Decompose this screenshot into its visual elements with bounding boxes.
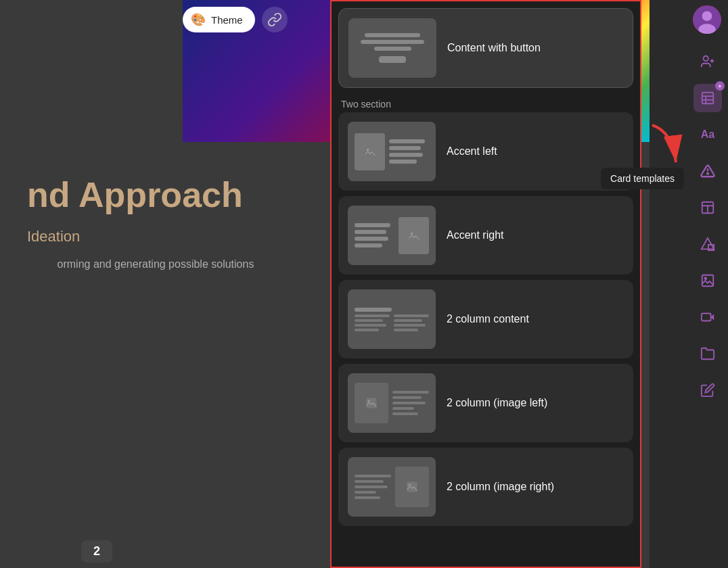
template-item-accent-left[interactable]: Accent left — [338, 112, 633, 191]
alert-icon-btn[interactable] — [693, 157, 722, 185]
red-arrow — [645, 118, 686, 175]
link-button[interactable] — [262, 7, 288, 32]
svg-rect-14 — [702, 93, 714, 104]
preview-img-placeholder — [355, 133, 385, 170]
preview-img-placeholder-right — [399, 217, 429, 254]
template-preview-2col-content — [348, 289, 436, 349]
svg-point-8 — [368, 400, 370, 402]
top-toolbar: 🎨 Theme — [183, 7, 288, 32]
image-icon-btn[interactable] — [693, 266, 722, 295]
slide-title: nd Approach — [27, 176, 284, 214]
template-preview-accent-right — [348, 206, 436, 265]
user-avatar[interactable] — [693, 5, 721, 34]
template-item-content-with-button[interactable]: Content with button — [338, 8, 633, 88]
template-item-2col-content[interactable]: 2 column content — [338, 280, 633, 358]
svg-rect-25 — [702, 275, 714, 287]
person-add-icon-btn[interactable] — [693, 47, 722, 76]
theme-button[interactable]: 🎨 Theme — [183, 7, 255, 32]
svg-point-1 — [702, 11, 712, 21]
edit-icon-btn[interactable] — [693, 376, 722, 404]
svg-point-26 — [704, 277, 706, 279]
template-preview-2col-img-right — [348, 457, 436, 517]
palette-icon: 🎨 — [191, 12, 206, 27]
svg-rect-9 — [407, 482, 417, 492]
svg-point-6 — [411, 233, 413, 235]
svg-rect-7 — [367, 398, 377, 408]
slide-number-2: 2 — [81, 540, 112, 563]
card-templates-plus-badge: + — [715, 81, 725, 91]
svg-point-11 — [704, 56, 708, 61]
video-icon-btn[interactable] — [693, 303, 722, 331]
template-preview-2col-img-left — [348, 373, 436, 433]
typography-icon-btn[interactable]: Aa — [693, 120, 722, 149]
link-icon — [267, 12, 282, 27]
slide-subtitle: Ideation — [27, 228, 284, 245]
template-label-2col-content: 2 column content — [447, 313, 529, 325]
svg-point-19 — [707, 173, 708, 174]
svg-point-10 — [409, 484, 411, 486]
layout-icon-btn[interactable] — [693, 193, 722, 222]
files-icon-btn[interactable] — [693, 339, 722, 368]
slide-content: nd Approach Ideation orming and generati… — [0, 162, 311, 286]
theme-label: Theme — [211, 14, 243, 26]
shapes-icon-btn[interactable] — [693, 230, 722, 258]
template-item-2col-img-left[interactable]: 2 column (image left) — [338, 364, 633, 442]
svg-rect-27 — [702, 314, 711, 321]
section-label-two-section: Two section — [338, 93, 633, 112]
template-label-2col-img-left: 2 column (image left) — [447, 397, 547, 409]
slide-body: orming and generating possible solutions — [27, 256, 284, 273]
template-label-accent-left: Accent left — [447, 145, 497, 158]
avatar-image — [693, 5, 721, 34]
template-label-2col-img-right: 2 column (image right) — [447, 481, 554, 493]
svg-rect-3 — [365, 147, 375, 157]
svg-point-4 — [367, 149, 369, 151]
template-panel[interactable]: Content with button Two section — [330, 0, 641, 568]
template-preview-accent-left — [348, 122, 436, 181]
svg-rect-5 — [409, 231, 419, 241]
template-label-content-with-button: Content with button — [447, 42, 541, 54]
template-label-accent-right: Accent right — [447, 229, 503, 241]
typography-label: Aa — [701, 128, 714, 141]
card-templates-icon-btn[interactable]: + — [693, 84, 722, 112]
template-item-2col-img-right[interactable]: 2 column (image right) — [338, 448, 633, 526]
template-item-accent-right[interactable]: Accent right — [338, 196, 633, 275]
right-sidebar: + Aa — [687, 0, 728, 568]
template-preview-content-btn — [348, 18, 436, 78]
